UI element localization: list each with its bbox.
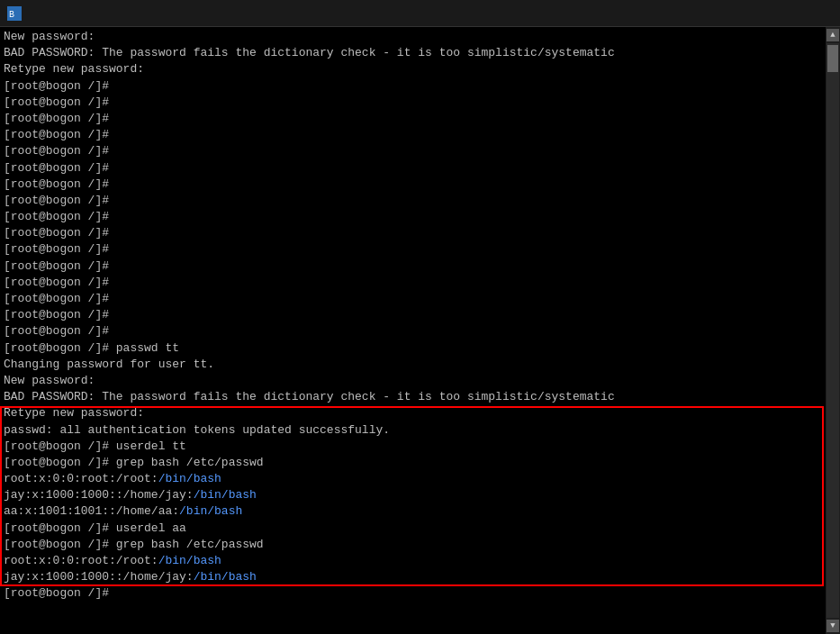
- terminal-line: [root@bogon /]#: [4, 241, 822, 258]
- terminal[interactable]: New password:BAD PASSWORD: The password …: [0, 27, 826, 634]
- terminal-line: [root@bogon /]#: [4, 95, 822, 111]
- titlebar: B: [0, 0, 840, 27]
- terminal-line: [root@bogon /]#: [4, 193, 822, 209]
- terminal-line: [root@bogon /]#: [4, 258, 822, 275]
- terminal-line: [root@bogon /]#: [4, 111, 822, 127]
- terminal-line: passwd: all authentication tokens update…: [4, 422, 822, 439]
- minimize-button[interactable]: [755, 5, 779, 23]
- terminal-line: [root@bogon /]#: [4, 291, 822, 307]
- titlebar-buttons: [755, 5, 833, 23]
- terminal-line: [root@bogon /]# grep bash /etc/passwd: [4, 537, 822, 553]
- terminal-line: [root@bogon /]#: [4, 323, 822, 340]
- terminal-line: aa:x:1001:1001::/home/aa:/bin/bash: [4, 503, 822, 520]
- terminal-line: Retype new password:: [4, 405, 822, 421]
- terminal-line: [root@bogon /]#: [4, 585, 822, 602]
- window: B New password:BAD PASSWORD: The passwor…: [0, 0, 840, 634]
- terminal-line: [root@bogon /]#: [4, 307, 822, 323]
- scroll-track: [826, 43, 839, 618]
- terminal-line: Changing password for user tt.: [4, 357, 822, 373]
- terminal-line: [root@bogon /]# userdel aa: [4, 521, 822, 537]
- terminal-line: [root@bogon /]#: [4, 127, 822, 143]
- terminal-line: [root@bogon /]#: [4, 78, 822, 95]
- app-icon: B: [7, 6, 22, 21]
- terminal-wrapper: New password:BAD PASSWORD: The password …: [0, 27, 840, 634]
- terminal-line: BAD PASSWORD: The password fails the dic…: [4, 389, 822, 405]
- terminal-line: jay:x:1000:1000::/home/jay:/bin/bash: [4, 569, 822, 585]
- terminal-line: jay:x:1000:1000::/home/jay:/bin/bash: [4, 487, 822, 503]
- terminal-line: [root@bogon /]# userdel tt: [4, 439, 822, 455]
- maximize-button[interactable]: [782, 5, 806, 23]
- svg-text:B: B: [9, 10, 14, 20]
- scroll-thumb[interactable]: [827, 45, 838, 72]
- scroll-down-button[interactable]: ▼: [826, 620, 839, 632]
- scroll-up-button[interactable]: ▲: [826, 29, 839, 41]
- scrollbar[interactable]: ▲ ▼: [826, 27, 840, 634]
- close-button[interactable]: [809, 5, 833, 23]
- terminal-line: root:x:0:0:root:/root:/bin/bash: [4, 471, 822, 487]
- terminal-line: BAD PASSWORD: The password fails the dic…: [4, 45, 822, 61]
- titlebar-left: B: [7, 6, 29, 21]
- terminal-line: root:x:0:0:root:/root:/bin/bash: [4, 553, 822, 569]
- terminal-line: [root@bogon /]#: [4, 160, 822, 177]
- terminal-line: [root@bogon /]#: [4, 177, 822, 193]
- terminal-line: [root@bogon /]#: [4, 209, 822, 225]
- terminal-line: New password:: [4, 29, 822, 45]
- terminal-line: [root@bogon /]# passwd tt: [4, 340, 822, 357]
- terminal-line: [root@bogon /]# grep bash /etc/passwd: [4, 455, 822, 471]
- terminal-line: New password:: [4, 373, 822, 389]
- terminal-line: [root@bogon /]#: [4, 225, 822, 241]
- terminal-line: [root@bogon /]#: [4, 143, 822, 159]
- terminal-line: Retype new password:: [4, 61, 822, 77]
- terminal-line: [root@bogon /]#: [4, 275, 822, 291]
